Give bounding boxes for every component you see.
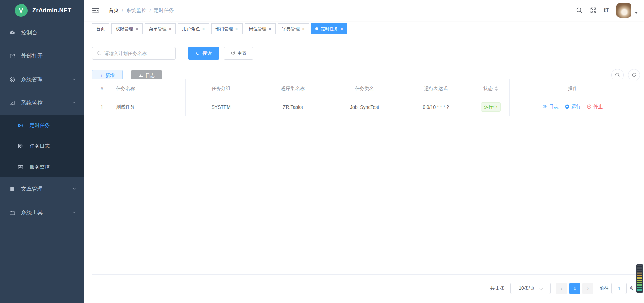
gear-icon	[9, 76, 16, 83]
sidebar-item-label: 系统监控	[21, 100, 43, 107]
table-header-row: # 任务名称 任务分组 程序集名称 任务类名 运行表达式 状态 操作	[92, 79, 636, 98]
log-button-label: 日志	[146, 73, 155, 79]
task-name-input[interactable]	[104, 51, 171, 56]
sidebar-item-label: 系统管理	[21, 76, 43, 83]
tab-label: 菜单管理	[149, 26, 166, 32]
table-row[interactable]: 1 测试任务 SYSTEM ZR.Tasks Job_SyncTest 0 0/…	[92, 98, 636, 116]
sidebar-item-service-monitor[interactable]: 服务监控	[0, 157, 84, 177]
tab-scheduled-tasks[interactable]: 定时任务×	[311, 23, 347, 34]
sidebar-item-system-monitor[interactable]: 系统监控	[0, 91, 84, 115]
sidebar-item-label: 定时任务	[30, 122, 50, 129]
chevron-down-icon	[72, 77, 76, 83]
row-run-label: 运行	[571, 104, 581, 110]
column-assembly: 程序集名称	[257, 79, 329, 98]
tab-label: 岗位管理	[249, 26, 266, 32]
tab-department-management[interactable]: 部门管理×	[211, 23, 243, 34]
column-status[interactable]: 状态	[472, 79, 509, 98]
app-logo[interactable]: V ZrAdmin.NET	[0, 0, 84, 21]
search-icon	[96, 51, 102, 56]
sort-desc-icon[interactable]	[495, 89, 498, 91]
column-index: #	[92, 79, 112, 98]
caret-down-icon[interactable]	[635, 12, 638, 14]
reset-button-label: 重置	[237, 50, 247, 56]
sidebar-item-dashboard[interactable]: 控制台	[0, 21, 84, 44]
tab-label: 字典管理	[282, 26, 300, 32]
scroll-minimap-widget[interactable]	[636, 264, 643, 293]
row-log-link[interactable]: 日志	[542, 104, 558, 110]
sidebar-item-article-management[interactable]: 文章管理	[0, 177, 84, 201]
search-icon[interactable]	[576, 7, 583, 14]
task-log-icon	[17, 143, 24, 149]
reset-button[interactable]: 重置	[224, 47, 253, 60]
tab-dict-management[interactable]: 字典管理×	[278, 23, 309, 34]
tab-permission-management[interactable]: 权限管理×	[111, 23, 143, 34]
search-button[interactable]: 搜索	[188, 47, 219, 60]
close-icon[interactable]: ×	[235, 27, 238, 31]
tasks-table: # 任务名称 任务分组 程序集名称 任务类名 运行表达式 状态 操作 1	[92, 79, 636, 116]
service-monitor-icon	[17, 164, 24, 170]
active-dot	[315, 27, 318, 30]
avatar[interactable]	[616, 3, 631, 18]
status-badge: 运行中	[481, 102, 501, 112]
sidebar-item-system-management[interactable]: 系统管理	[0, 68, 84, 91]
close-icon[interactable]: ×	[169, 27, 171, 31]
logo-icon: V	[15, 4, 28, 17]
sidebar-item-scheduled-tasks[interactable]: 定时任务	[0, 115, 84, 136]
fullscreen-icon[interactable]	[590, 7, 597, 14]
tab-home[interactable]: 首页	[92, 23, 109, 34]
tab-user-roles[interactable]: 用户角色×	[178, 23, 209, 34]
breadcrumb: 首页 / 系统监控 / 定时任务	[109, 7, 174, 14]
sort-icons[interactable]	[495, 86, 498, 91]
close-icon[interactable]: ×	[340, 27, 343, 31]
task-name-input-wrapper	[92, 47, 176, 60]
pagination: 共 1 条 10条/页 ‹ 1 › 前往 页	[490, 283, 634, 294]
breadcrumb-home[interactable]: 首页	[109, 7, 119, 14]
sidebar-collapse-icon[interactable]	[92, 7, 99, 14]
timer-icon	[17, 122, 24, 129]
chevron-down-icon	[72, 210, 76, 216]
tabs-view: 首页 权限管理× 菜单管理× 用户角色× 部门管理× 岗位管理× 字典管理× 定…	[84, 21, 644, 37]
row-stop-link[interactable]: 停止	[587, 104, 603, 110]
breadcrumb-system-monitor: 系统监控	[126, 7, 146, 14]
close-icon[interactable]: ×	[202, 27, 205, 31]
breadcrumb-separator: /	[122, 8, 123, 13]
dashboard-icon	[9, 29, 16, 36]
cell-assembly: ZR.Tasks	[257, 98, 329, 116]
close-icon[interactable]: ×	[302, 27, 305, 31]
search-icon	[615, 72, 620, 78]
pagination-total: 共 1 条	[490, 285, 505, 291]
document-icon	[9, 186, 16, 192]
run-icon	[565, 104, 570, 109]
sidebar: V ZrAdmin.NET 控制台 外部打开 系统管理	[0, 0, 84, 303]
chevron-down-icon	[72, 186, 76, 192]
tab-position-management[interactable]: 岗位管理×	[245, 23, 276, 34]
row-log-label: 日志	[549, 104, 558, 110]
breadcrumb-current: 定时任务	[154, 7, 174, 14]
cell-task-name: 测试任务	[112, 98, 185, 116]
tab-label: 首页	[96, 26, 105, 32]
sidebar-item-system-tools[interactable]: 系统工具	[0, 201, 84, 224]
tab-label: 权限管理	[116, 26, 133, 32]
close-icon[interactable]: ×	[136, 27, 138, 31]
column-task-name: 任务名称	[112, 79, 185, 98]
column-cron: 运行表达式	[400, 79, 472, 98]
monitor-icon	[9, 100, 16, 106]
sidebar-item-label: 系统工具	[21, 209, 43, 216]
close-icon[interactable]: ×	[269, 27, 271, 31]
app-window: V ZrAdmin.NET 控制台 外部打开 系统管理	[0, 0, 644, 303]
add-button-label: 新增	[105, 73, 115, 79]
sidebar-item-external-open[interactable]: 外部打开	[0, 44, 84, 68]
view-icon	[542, 104, 547, 109]
cell-job-class: Job_SyncTest	[329, 98, 400, 116]
tab-menu-management[interactable]: 菜单管理×	[145, 23, 176, 34]
sort-asc-icon[interactable]	[495, 86, 498, 88]
sidebar-item-task-logs[interactable]: 任务日志	[0, 136, 84, 157]
goto-page-input[interactable]	[611, 283, 627, 294]
logo-letter: V	[19, 7, 23, 14]
font-size-icon[interactable]: tT	[604, 7, 609, 14]
row-run-link[interactable]: 运行	[565, 104, 581, 110]
next-page-button[interactable]: ›	[582, 283, 593, 294]
prev-page-button[interactable]: ‹	[556, 283, 567, 294]
page-number-1[interactable]: 1	[569, 283, 580, 294]
page-size-select[interactable]: 10条/页	[510, 283, 551, 294]
